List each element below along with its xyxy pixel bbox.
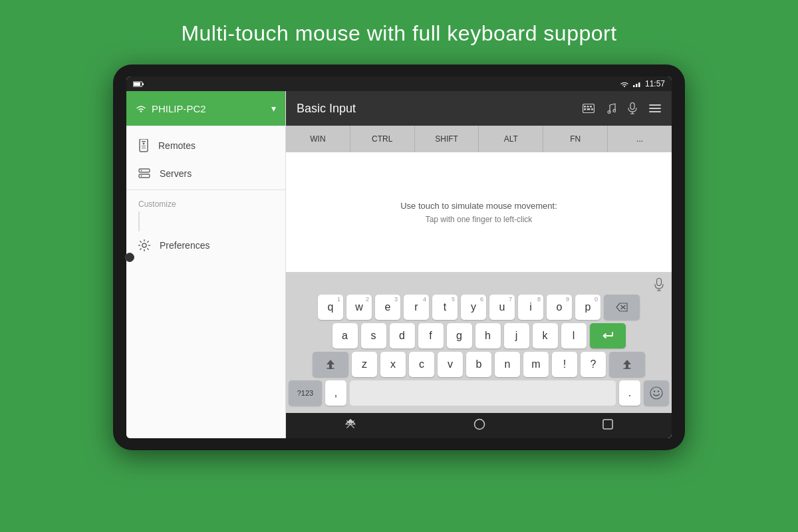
home-button[interactable]	[473, 418, 485, 433]
sidebar-header[interactable]: PHILIP-PC2 ▾	[126, 91, 285, 126]
key-o[interactable]: 9o	[547, 295, 572, 320]
key-period[interactable]: .	[619, 380, 640, 406]
key-x[interactable]: x	[380, 352, 406, 377]
sidebar-item-remotes[interactable]: Remotes	[126, 131, 285, 160]
bottom-nav-bar	[286, 413, 672, 438]
mic-header-icon[interactable]	[628, 102, 637, 114]
svg-rect-13	[139, 174, 150, 178]
emoji-key[interactable]	[644, 380, 669, 406]
recent-button[interactable]	[602, 419, 613, 432]
backspace-key[interactable]	[604, 295, 640, 320]
key-u[interactable]: 7u	[489, 295, 515, 320]
svg-point-39	[650, 387, 662, 399]
status-right: 11:57	[620, 79, 665, 88]
key-k[interactable]: k	[533, 323, 558, 348]
ctrl-key[interactable]: CTRL	[350, 126, 415, 152]
status-bar: 11:57	[126, 76, 672, 91]
key-n[interactable]: n	[495, 352, 520, 377]
key-f[interactable]: f	[418, 323, 444, 348]
signal-icon	[632, 80, 642, 88]
mic-row	[289, 275, 669, 295]
more-key[interactable]: ...	[608, 126, 672, 152]
servers-label: Servers	[160, 168, 192, 179]
svg-rect-8	[142, 141, 146, 142]
keyboard-row-2: a s d f g h j k l	[289, 323, 669, 348]
status-left	[133, 80, 144, 87]
time-display: 11:57	[645, 79, 665, 88]
svg-rect-26	[630, 103, 634, 110]
svg-point-6	[140, 110, 142, 112]
shift-key[interactable]: SHIFT	[415, 126, 479, 152]
key-w[interactable]: 2w	[346, 295, 372, 320]
keyboard-mic-icon[interactable]	[654, 278, 664, 291]
key-exclaim[interactable]: !	[552, 352, 577, 377]
key-i[interactable]: 8i	[518, 295, 543, 320]
back-button[interactable]	[344, 418, 356, 433]
svg-rect-2	[134, 82, 140, 86]
battery-icon-small	[133, 80, 144, 87]
key-question[interactable]: ?	[581, 352, 606, 377]
tablet-device: 11:57 PHILIP-PC2 ▾	[113, 65, 685, 450]
enter-icon	[602, 331, 614, 340]
enter-key[interactable]	[590, 323, 626, 348]
key-q[interactable]: 1q	[318, 295, 343, 320]
sidebar-item-servers[interactable]: Servers	[126, 160, 285, 187]
menu-icon[interactable]	[649, 104, 661, 113]
fn-key[interactable]: FN	[543, 126, 608, 152]
keyboard-row-bottom: ?123 , .	[289, 380, 669, 406]
key-e[interactable]: 3e	[375, 295, 400, 320]
shift-up-icon	[325, 359, 336, 370]
svg-point-25	[613, 110, 616, 112]
emoji-icon	[650, 386, 663, 400]
key-r[interactable]: 4r	[404, 295, 429, 320]
keyboard-row-3: z x c v b n m ! ?	[289, 352, 669, 377]
key-b[interactable]: b	[466, 352, 491, 377]
key-a[interactable]: a	[332, 323, 358, 348]
key-j[interactable]: j	[504, 323, 529, 348]
shift-right-icon	[622, 359, 632, 370]
key-t[interactable]: 5t	[432, 295, 458, 320]
svg-point-9	[143, 143, 145, 145]
svg-rect-4	[636, 84, 638, 87]
key-d[interactable]: d	[390, 323, 415, 348]
key-y[interactable]: 6y	[461, 295, 486, 320]
key-z[interactable]: z	[352, 352, 377, 377]
sidebar: PHILIP-PC2 ▾ Remotes	[126, 91, 286, 438]
main-header: Basic Input	[286, 91, 672, 126]
recent-icon	[602, 419, 613, 430]
space-key[interactable]	[350, 380, 616, 406]
key-v[interactable]: v	[438, 352, 463, 377]
keyboard-icon[interactable]	[583, 104, 595, 113]
sidebar-item-preferences[interactable]: Preferences	[126, 231, 285, 259]
touch-instruction-secondary: Tap with one finger to left-click	[426, 215, 533, 224]
svg-rect-7	[140, 139, 148, 152]
customize-divider	[138, 211, 140, 231]
svg-point-40	[654, 390, 655, 392]
shift-left-key[interactable]	[313, 352, 348, 377]
num-switch-key[interactable]: ?123	[289, 380, 322, 406]
key-g[interactable]: g	[447, 323, 472, 348]
key-s[interactable]: s	[361, 323, 386, 348]
shift-right-key[interactable]	[609, 352, 645, 377]
svg-rect-21	[584, 108, 586, 110]
key-comma[interactable]: ,	[325, 380, 346, 406]
preferences-icon	[138, 239, 150, 251]
win-key[interactable]: WIN	[286, 126, 350, 152]
key-h[interactable]: h	[475, 323, 501, 348]
page-title: Multi-touch mouse with full keyboard sup…	[181, 21, 616, 46]
key-m[interactable]: m	[523, 352, 549, 377]
music-icon[interactable]	[606, 102, 616, 114]
touch-area[interactable]: Use touch to simulate mouse movement: Ta…	[286, 152, 672, 272]
modifier-keys-row: WIN CTRL SHIFT ALT FN ...	[286, 126, 672, 152]
key-p[interactable]: 0p	[575, 295, 600, 320]
touch-instruction-primary: Use touch to simulate mouse movement:	[400, 201, 557, 211]
alt-key[interactable]: ALT	[479, 126, 543, 152]
svg-point-15	[141, 176, 142, 177]
keyboard-row-1: 1q 2w 3e 4r 5t 6y 7u 8i 9o 0p	[289, 295, 669, 320]
svg-rect-32	[657, 279, 662, 286]
header-icons	[583, 102, 661, 114]
wifi-icon	[620, 80, 629, 88]
key-l[interactable]: l	[561, 323, 587, 348]
key-c[interactable]: c	[409, 352, 434, 377]
remotes-icon	[138, 139, 149, 152]
